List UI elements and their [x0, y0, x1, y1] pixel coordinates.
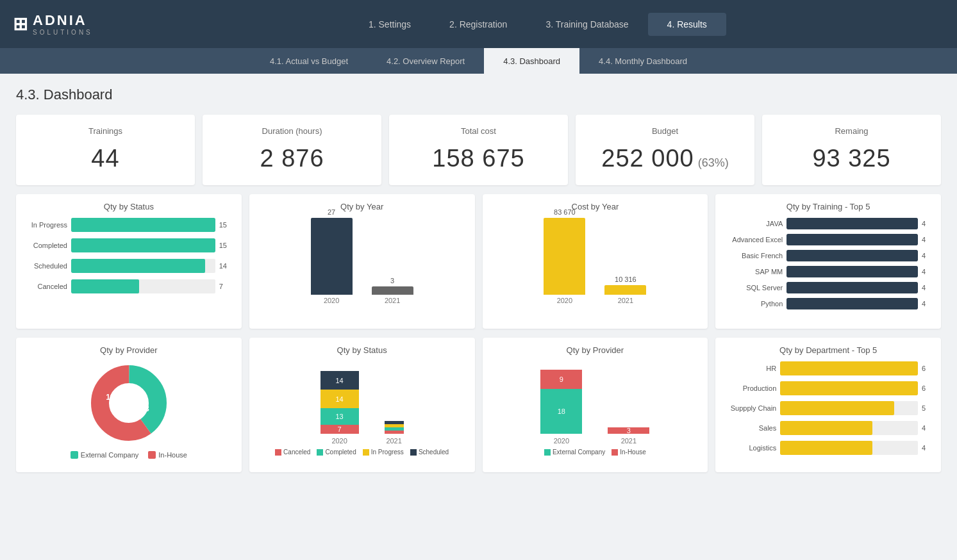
provider-2020-bars: 9 18 — [540, 370, 582, 434]
bar-2020-val: 27 — [328, 208, 335, 216]
dept-val: 4 — [922, 444, 931, 452]
nav-results[interactable]: 4. Results — [648, 13, 726, 36]
training-label: JAVA — [725, 220, 783, 227]
tab-monthly-dashboard[interactable]: 4.4. Monthly Dashboard — [579, 48, 706, 74]
bar-label: Completed — [26, 242, 67, 249]
training-fill — [786, 266, 918, 277]
kpi-duration: Duration (hours) 2 876 — [203, 115, 381, 185]
legend-completed-dot — [317, 449, 323, 456]
qty-by-status-bars: In Progress 15 Completed 15 Scheduled — [26, 218, 232, 293]
kpi-total-cost-label: Total cost — [461, 126, 496, 136]
bar-track — [71, 259, 215, 273]
dept-val: 6 — [922, 384, 931, 392]
bar-fill — [71, 238, 215, 252]
kpi-trainings-value: 44 — [91, 145, 119, 172]
chart-qty-by-status: Qty by Status In Progress 15 Completed 1… — [16, 194, 242, 329]
bar-value: 15 — [219, 221, 232, 229]
training-fill — [786, 298, 918, 309]
training-val: 4 — [922, 284, 931, 292]
legend-external-dot — [71, 451, 78, 459]
provider-2020-group: 9 18 2020 — [540, 370, 582, 445]
dept-track — [780, 421, 918, 435]
training-label: Advanced Excel — [725, 236, 783, 243]
provider-inhouse-2020: 9 — [540, 370, 582, 389]
donut-chart: 12 18 — [87, 361, 171, 445]
training-fill — [786, 218, 918, 229]
chart-qty-by-provider-donut: Qty by Provider 12 18 — [16, 338, 242, 472]
kpi-duration-value: 2 876 — [260, 145, 324, 172]
dept-fill — [780, 401, 894, 415]
training-val: 4 — [922, 268, 931, 276]
bar-2020-group: 27 2020 — [311, 208, 353, 304]
chart-qty-by-training: Qty by Training - Top 5 JAVA 4 Advanced … — [715, 194, 941, 329]
legend-inhouse-co-label: In-House — [620, 449, 646, 456]
legend-canceled-label: Canceled — [283, 449, 310, 456]
dept-val: 4 — [922, 424, 931, 432]
bar-track — [71, 218, 215, 232]
legend-completed-label: Completed — [325, 449, 356, 456]
chart-qty-by-provider-bar: Qty by Provider 9 18 2020 3 2021 — [483, 338, 708, 472]
stacked-2021-label: 2021 — [386, 437, 401, 445]
training-val: 4 — [922, 252, 931, 259]
stacked-2021: 2021 — [385, 421, 404, 445]
kpi-row: Trainings 44 Duration (hours) 2 876 Tota… — [16, 115, 941, 185]
provider-bar-chart: 9 18 2020 3 2021 — [492, 361, 699, 445]
legend-inhouse: In-House — [148, 451, 187, 459]
training-label: Basic French — [725, 252, 783, 259]
legend-inhouse-dot — [148, 451, 156, 459]
bar-value: 14 — [219, 262, 232, 270]
cost-bar-2020-group: 83 670 2020 — [544, 208, 585, 304]
nav-settings[interactable]: 1. Settings — [349, 13, 430, 36]
dept-bars: HR 6 Production 6 Suppply Chain — [725, 361, 931, 455]
dept-track — [780, 381, 918, 395]
bar-2020-label: 2020 — [324, 297, 339, 304]
legend-inhouse-label: In-House — [158, 451, 187, 459]
tab-dashboard[interactable]: 4.3. Dashboard — [484, 48, 579, 74]
seg-completed-2020: 13 — [320, 408, 359, 425]
provider-2021-group: 3 2021 — [608, 427, 649, 445]
dept-val: 6 — [922, 365, 931, 372]
bar-canceled: Canceled 7 — [26, 279, 232, 293]
donut-container: 12 18 External Company In-House — [26, 361, 232, 459]
bar-2021 — [372, 286, 413, 295]
cost-bar-2021-group: 10 316 2021 — [604, 276, 646, 304]
chart-provider-donut-title: Qty by Provider — [26, 345, 232, 355]
chart-provider-bar-title: Qty by Provider — [492, 345, 699, 355]
legend-external: External Company — [71, 451, 139, 459]
training-sql: SQL Server 4 — [725, 282, 931, 293]
nav-training-db[interactable]: 3. Training Database — [526, 13, 647, 36]
bar-2021-group: 3 2021 — [372, 277, 413, 304]
chart-qty-by-year: Qty by Year 27 2020 3 2021 — [249, 194, 475, 329]
dept-fill — [780, 441, 872, 455]
chart-qty-by-status-title: Qty by Status — [26, 202, 232, 211]
bar-value: 15 — [219, 242, 232, 249]
bar-label: Canceled — [26, 283, 67, 290]
training-track — [786, 266, 918, 277]
legend-inprogress: In Progress — [363, 449, 404, 456]
kpi-remaining-label: Remaing — [835, 126, 868, 136]
bar-fill — [71, 218, 215, 232]
cost-bar-2020-label: 2020 — [557, 297, 572, 304]
training-fill — [786, 234, 918, 245]
training-track — [786, 298, 918, 309]
provider-2021-bars: 3 — [608, 427, 649, 434]
kpi-trainings-label: Trainings — [88, 126, 122, 136]
chart-dept-title: Qty by Department - Top 5 — [725, 345, 931, 355]
stacked-chart: 14 14 13 7 2020 2021 — [259, 361, 465, 445]
donut-legend: External Company In-House — [71, 451, 187, 459]
training-label: SQL Server — [725, 284, 783, 292]
legend-scheduled-label: Scheduled — [419, 449, 449, 456]
seg-inprogress-2020: 14 — [320, 390, 359, 408]
kpi-duration-label: Duration (hours) — [262, 126, 322, 136]
legend-external-co-dot — [544, 449, 551, 456]
tab-actual-vs-budget[interactable]: 4.1. Actual vs Budget — [251, 48, 367, 74]
tab-overview-report[interactable]: 4.2. Overview Report — [367, 48, 484, 74]
dept-track — [780, 401, 918, 415]
kpi-total-cost-value: 158 675 — [432, 145, 524, 172]
dept-track — [780, 361, 918, 375]
cost-bar-2020-val: 83 670 — [554, 208, 576, 216]
legend-inhouse-co: In-House — [612, 449, 646, 456]
kpi-budget-value: 252 000 — [601, 145, 694, 172]
kpi-remaining-value: 93 325 — [812, 145, 890, 172]
nav-registration[interactable]: 2. Registration — [430, 13, 526, 36]
